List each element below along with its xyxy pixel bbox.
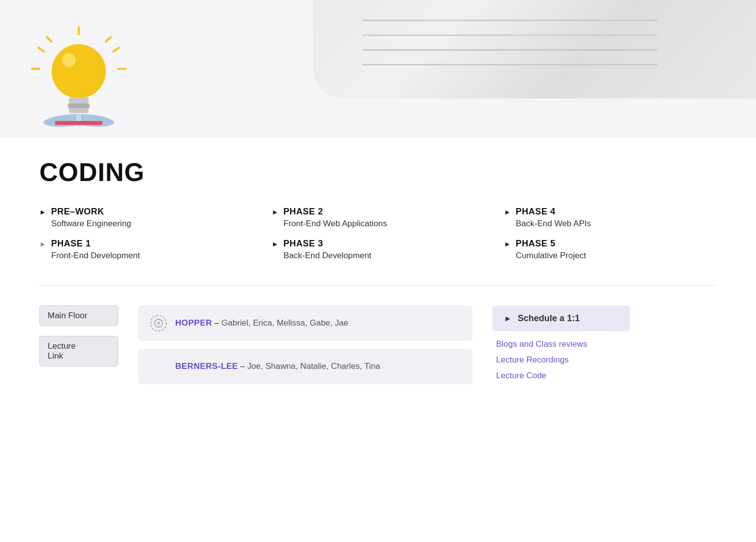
phase-4[interactable]: ► PHASE 4 Back-End Web APIs xyxy=(504,207,717,229)
phase-2-name: PHASE 2 xyxy=(284,207,323,217)
phase-2-subtitle: Front-End Web Applications xyxy=(284,219,484,229)
svg-point-19 xyxy=(157,322,160,325)
phase-prework-subtitle: Software Engineering xyxy=(51,219,252,229)
phase-4-name: PHASE 4 xyxy=(516,207,556,217)
phase-prework-name: PRE–WORK xyxy=(51,207,104,217)
phase-prework[interactable]: ► PRE–WORK Software Engineering xyxy=(39,207,252,229)
header-background xyxy=(313,0,756,98)
room-hopper-members: Gabriel, Erica, Melissa, Gabe, Jae xyxy=(221,318,348,328)
room-hopper-dash: – xyxy=(215,318,221,328)
main-content: CODING ► PRE–WORK Software Engineering ►… xyxy=(0,138,756,412)
rooms-section: HOPPER – Gabriel, Erica, Melissa, Gabe, … xyxy=(138,305,472,392)
room-berners-lee-dash: – xyxy=(240,361,247,371)
room-icon-hopper xyxy=(150,314,167,332)
svg-line-6 xyxy=(38,48,44,52)
phase-4-subtitle: Back-End Web APIs xyxy=(516,219,717,229)
left-nav: Main Floor LectureLink xyxy=(39,305,118,366)
phase-2-arrow: ► xyxy=(272,208,279,216)
phase-3-header: ► PHASE 3 xyxy=(272,239,484,249)
room-hopper-name: HOPPER xyxy=(175,318,212,328)
schedule-11-button[interactable]: ► Schedule a 1:1 xyxy=(492,305,630,331)
phase-2[interactable]: ► PHASE 2 Front-End Web Applications xyxy=(272,207,484,229)
header-area xyxy=(0,0,756,138)
lecture-recordings-link[interactable]: Lecture Recordings xyxy=(496,355,630,365)
room-berners-lee-name: BERNERS-LEE xyxy=(175,361,238,371)
phase-4-arrow: ► xyxy=(504,208,511,216)
lecture-code-link[interactable]: Lecture Code xyxy=(496,371,630,381)
phase-2-header: ► PHASE 2 xyxy=(272,207,484,217)
right-section: ► Schedule a 1:1 Blogs and Class reviews… xyxy=(492,305,630,381)
svg-point-9 xyxy=(62,53,76,67)
svg-rect-12 xyxy=(69,108,89,113)
phase-1-subtitle: Front-End Development xyxy=(51,251,252,261)
svg-rect-10 xyxy=(69,97,89,103)
phase-1-header: ► PHASE 1 xyxy=(39,239,252,249)
phase-1-arrow: ► xyxy=(39,240,46,248)
room-icon-berners-lee xyxy=(150,358,167,375)
phase-5-header: ► PHASE 5 xyxy=(504,239,717,249)
phase-3[interactable]: ► PHASE 3 Back-End Development xyxy=(272,239,484,261)
phase-1-name: PHASE 1 xyxy=(51,239,91,249)
svg-line-3 xyxy=(106,37,111,42)
phase-prework-arrow: ► xyxy=(39,208,46,216)
schedule-arrow-icon: ► xyxy=(504,314,512,323)
phase-1[interactable]: ► PHASE 1 Front-End Development xyxy=(39,239,252,261)
phase-prework-header: ► PRE–WORK xyxy=(39,207,252,217)
phase-3-arrow: ► xyxy=(272,240,279,248)
room-berners-lee-content: BERNERS-LEE – Joe, Shawna, Natalie, Char… xyxy=(175,361,380,371)
room-card-hopper[interactable]: HOPPER – Gabriel, Erica, Melissa, Gabe, … xyxy=(138,305,472,341)
phase-4-header: ► PHASE 4 xyxy=(504,207,717,217)
room-card-berners-lee[interactable]: BERNERS-LEE – Joe, Shawna, Natalie, Char… xyxy=(138,349,472,384)
schedule-button-label: Schedule a 1:1 xyxy=(518,313,580,324)
svg-rect-11 xyxy=(68,103,90,108)
svg-line-2 xyxy=(47,37,52,42)
phases-grid: ► PRE–WORK Software Engineering ► PHASE … xyxy=(39,207,717,261)
lightbulb-illustration xyxy=(25,25,133,135)
main-floor-button[interactable]: Main Floor xyxy=(39,305,118,326)
page-title: CODING xyxy=(39,157,717,187)
phase-5-subtitle: Cumulative Project xyxy=(516,251,717,261)
phase-5-name: PHASE 5 xyxy=(516,239,556,249)
phase-5-arrow: ► xyxy=(504,240,511,248)
phase-5[interactable]: ► PHASE 5 Cumulative Project xyxy=(504,239,717,261)
section-divider xyxy=(39,285,717,286)
blogs-reviews-link[interactable]: Blogs and Class reviews xyxy=(496,339,630,349)
svg-rect-16 xyxy=(55,121,102,125)
svg-line-7 xyxy=(113,48,119,52)
phase-3-subtitle: Back-End Development xyxy=(284,251,484,261)
room-berners-lee-members: Joe, Shawna, Natalie, Charles, Tina xyxy=(247,361,380,371)
room-hopper-content: HOPPER – Gabriel, Erica, Melissa, Gabe, … xyxy=(175,318,348,328)
svg-point-8 xyxy=(52,44,106,98)
right-links: Blogs and Class reviews Lecture Recordin… xyxy=(492,339,630,381)
lecture-link-button[interactable]: LectureLink xyxy=(39,336,118,366)
phase-3-name: PHASE 3 xyxy=(284,239,323,249)
bottom-section: Main Floor LectureLink HOPPER – Gabriel,… xyxy=(39,305,717,392)
